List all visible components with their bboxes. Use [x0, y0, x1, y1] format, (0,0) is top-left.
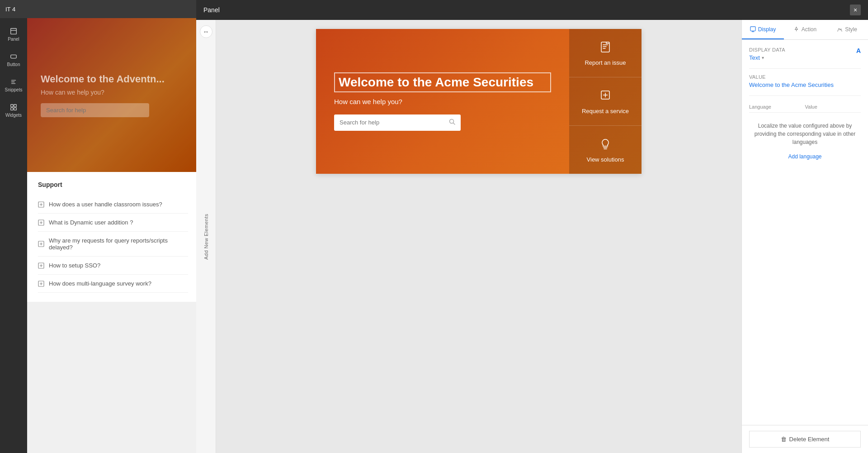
- widget-search-input[interactable]: [340, 119, 449, 126]
- list-item: How to setup SSO?: [38, 257, 188, 275]
- report-issue-button[interactable]: Report an issue: [569, 29, 642, 77]
- list-item: How does multi-language survey work?: [38, 275, 188, 293]
- panel-container: Panel × ↔ Add New Elements Welcome to th…: [196, 0, 868, 453]
- tab-display-label: Display: [758, 26, 776, 33]
- list-item: How does a user handle classroom issues?: [38, 196, 188, 214]
- divider: [749, 95, 861, 96]
- search-icon: [449, 119, 455, 126]
- bg-app-title: IT 4: [5, 6, 15, 13]
- sidebar-label-panel: Panel: [8, 37, 19, 42]
- sidebar-item-button[interactable]: Button: [3, 48, 24, 72]
- tab-style-label: Style: [845, 26, 857, 33]
- delete-element-button[interactable]: 🗑 Delete Element: [749, 431, 861, 448]
- bg-sidebar: Panel Button Snippets Widgets: [0, 18, 27, 453]
- add-elements-label: Add New Elements: [203, 214, 209, 260]
- panel-header: Panel ×: [196, 0, 868, 20]
- svg-rect-5: [11, 108, 13, 110]
- bg-support-title: Support: [38, 181, 188, 188]
- svg-rect-4: [14, 105, 16, 107]
- tab-display[interactable]: Display: [742, 20, 784, 39]
- bg-top-bar: IT 4: [0, 0, 199, 18]
- sidebar-item-snippets[interactable]: Snippets: [3, 73, 24, 97]
- report-issue-label: Report an issue: [585, 59, 626, 66]
- sidebar-item-panel[interactable]: Panel: [3, 23, 24, 46]
- right-panel-tabs: Display Action Style: [742, 20, 868, 40]
- localize-text: Localize the value configured above by p…: [749, 116, 861, 152]
- list-item: What is Dynamic user addition ?: [38, 214, 188, 232]
- request-icon: [599, 89, 612, 104]
- view-solutions-button[interactable]: View solutions: [569, 126, 642, 174]
- widget-hero-left: Welcome to the Acme Securities How can w…: [316, 29, 569, 174]
- widget-hero-title: Welcome to the Acme Securities: [334, 72, 551, 92]
- request-service-label: Request a service: [582, 108, 629, 114]
- lightbulb-icon: [599, 137, 612, 153]
- sidebar-item-widgets[interactable]: Widgets: [3, 99, 24, 122]
- svg-line-13: [453, 123, 455, 125]
- request-service-button[interactable]: Request a service: [569, 77, 642, 126]
- view-solutions-label: View solutions: [587, 156, 624, 163]
- bg-hero: Welcome to the Adventn... How can we hel…: [27, 18, 199, 172]
- panel-close-button[interactable]: ×: [850, 5, 861, 15]
- language-table-header: Language Value: [749, 101, 861, 113]
- display-data-type[interactable]: Text ▾: [749, 54, 861, 61]
- right-panel-footer: 🗑 Delete Element: [742, 425, 868, 453]
- value-display: Welcome to the Acme Securities: [749, 81, 861, 88]
- svg-rect-20: [750, 27, 755, 31]
- bg-support-section: Support How does a user handle classroom…: [27, 172, 199, 302]
- tab-action-label: Action: [802, 26, 816, 33]
- delete-icon: 🗑: [781, 436, 787, 443]
- panel-body: ↔ Add New Elements Welcome to the Acme S…: [196, 20, 868, 453]
- value-col-header: Value: [805, 104, 861, 110]
- bg-hero-title: Welcome to the Adventn...: [41, 73, 165, 85]
- bg-main-content: Welcome to the Adventn... How can we hel…: [27, 18, 199, 453]
- list-item: Why are my requests for query reports/sc…: [38, 232, 188, 257]
- svg-rect-6: [14, 108, 16, 110]
- sidebar-label-button: Button: [7, 62, 20, 67]
- value-label: Value: [749, 74, 861, 80]
- bg-search-input: [41, 103, 149, 117]
- add-elements-sidebar: ↔ Add New Elements: [196, 20, 216, 453]
- bg-hero-subtitle: How can we help you?: [41, 89, 165, 96]
- tab-action[interactable]: Action: [784, 20, 826, 39]
- canvas-area[interactable]: Welcome to the Acme Securities How can w…: [216, 20, 741, 453]
- widget-search-bar[interactable]: [334, 114, 461, 131]
- type-chevron: ▾: [762, 55, 764, 60]
- svg-rect-0: [11, 29, 17, 34]
- background-app: IT 4 Panel Button Snippets Widgets Welco…: [0, 0, 199, 453]
- right-panel: Display Action Style Display data: [741, 20, 868, 453]
- widget-hero-right: Report an issue Request a service: [569, 29, 642, 174]
- widget-hero: Welcome to the Acme Securities How can w…: [316, 29, 642, 174]
- delete-element-label: Delete Element: [789, 436, 830, 443]
- svg-rect-3: [11, 105, 13, 107]
- divider: [749, 68, 861, 69]
- panel-title: Panel: [203, 6, 220, 14]
- sidebar-label-snippets: Snippets: [5, 87, 23, 92]
- preview-widget: Welcome to the Acme Securities How can w…: [316, 29, 642, 174]
- language-col-header: Language: [749, 104, 805, 110]
- sidebar-label-widgets: Widgets: [5, 113, 22, 118]
- expand-button[interactable]: ↔: [200, 25, 212, 38]
- tab-style[interactable]: Style: [826, 20, 868, 39]
- add-language-button[interactable]: Add language: [749, 152, 861, 162]
- display-data-label: Display data: [749, 47, 861, 52]
- svg-rect-2: [11, 55, 17, 58]
- font-icon-button[interactable]: A: [856, 47, 861, 54]
- right-panel-body: Display data Text ▾ A Value Welcome to t…: [742, 40, 868, 425]
- report-icon: [599, 40, 612, 56]
- widget-hero-subtitle: How can we help you?: [334, 98, 551, 105]
- panel-overlay: Panel × ↔ Add New Elements Welcome to th…: [196, 0, 868, 453]
